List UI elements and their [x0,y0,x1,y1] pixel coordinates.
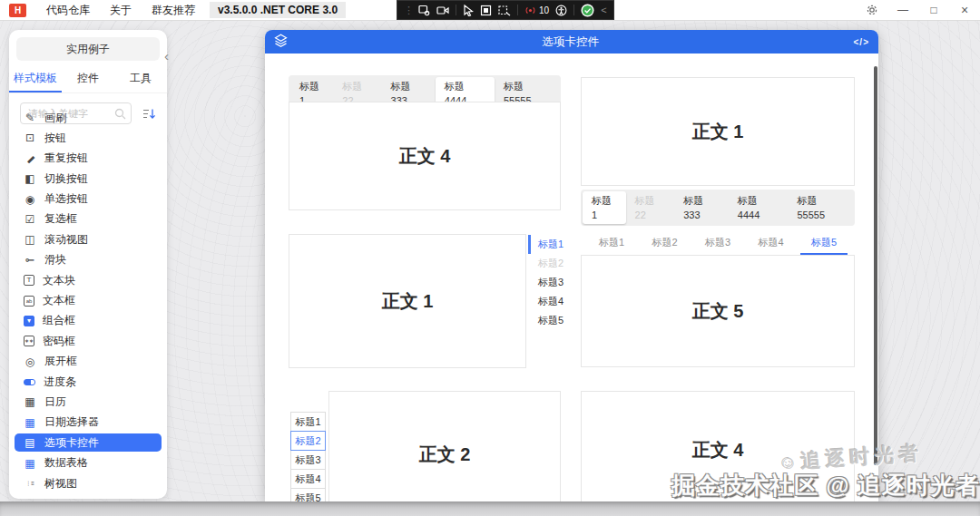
sidebar-item-icon: ◉ [24,194,36,205]
sidebar-item[interactable]: ▾ 组合框 [15,312,162,330]
sidebar-item-icon: ◫ [24,234,36,245]
sidebar-item[interactable]: ▦ 数据表格 [15,454,162,472]
sidebar-tab[interactable]: 控件 [62,64,114,92]
sidebar-item-label: 组合框 [43,313,75,328]
titlebar: H 代码仓库关于群友推荐 v3.5.0.0 .NET CORE 3.0 ⋮ [0,0,980,21]
frame-icon[interactable] [480,5,492,16]
overlay-collapse-icon[interactable]: < [601,5,606,15]
tab-item[interactable]: 标题4 [290,469,326,489]
tab-item[interactable]: 标题5 [290,488,326,501]
tab-item[interactable]: 标题55555 [788,191,853,224]
close-button[interactable]: × [949,0,980,20]
sidebar-item[interactable]: ◧ 切换按钮 [15,170,162,188]
sidebar-item-icon: ▬ [22,151,38,167]
sidebar-item[interactable]: ◉ 单选按钮 [15,190,162,209]
sidebar-item[interactable]: ⋮≡ 树视图 [15,474,162,492]
menu-item[interactable]: 关于 [110,3,132,18]
sidebar-item[interactable]: ☑ 复选框 [15,210,162,229]
sidebar-item-label: 进度条 [44,375,76,390]
sidebar-item-icon: ⊡ [24,132,36,143]
demo-header: 选项卡控件 </> [265,30,878,54]
tab-item[interactable]: 标题2 [641,232,688,255]
sidebar-item-label: 数据表格 [44,455,88,471]
sidebar-item[interactable]: ∗∗ 密码框 [15,332,162,350]
sidebar: 实用例子 样式模板控件工具 ✎ [9,30,167,499]
tab-item[interactable]: 标题2 [528,254,564,273]
sidebar-item-label: 文本块 [43,273,75,288]
sidebar-tab[interactable]: 样式模板 [9,64,62,92]
sidebar-item-icon: ab [24,296,34,307]
tab-item[interactable]: 标题1 [588,232,635,255]
app-logo-icon: H [9,4,26,17]
tab-item[interactable]: 标题1 [528,235,564,254]
sidebar-item[interactable]: ▦ 日期选择器 [15,414,162,432]
layers-icon[interactable] [274,34,288,51]
tab-item[interactable]: 标题22 [626,191,675,224]
demo-window: 选项卡控件 </> 标题1标题22标题333标题4444标题55555 正文 4… [265,30,878,501]
sidebar-item-label: 滑块 [44,252,66,268]
sidebar-item[interactable]: ▦ 日历 [15,393,162,411]
tab-content-panel: 正文 1 [289,234,526,368]
settings-gear-icon[interactable] [857,0,887,20]
broadcast-icon[interactable] [524,5,536,16]
sidebar-item-label: 日期选择器 [44,414,99,430]
tab-content-panel: 正文 2 [328,391,561,501]
camera-icon[interactable] [436,5,449,16]
sidebar-item-label: 单选按钮 [44,191,88,207]
sidebar-tabs: 样式模板控件工具 [9,64,167,93]
sidebar-item-icon: ▦ [24,458,36,469]
tab-item[interactable]: 标题2 [290,431,326,451]
sidebar-collapse-icon[interactable]: ‹ [164,48,169,63]
tab-item[interactable]: 标题3 [290,450,326,470]
sidebar-item[interactable]: ◎ 展开框 [15,353,162,371]
maximize-button[interactable]: □ [918,0,949,20]
recorder-overlay-toolbar: ⋮ 10 [397,0,614,20]
sidebar-item-icon: ▦ [24,396,36,407]
tab-item[interactable]: 标题4 [528,292,564,311]
sidebar-item[interactable]: ⊡ 按钮 [15,129,162,147]
confirm-check-icon[interactable] [581,4,594,17]
sidebar-item-label: 密码框 [43,334,75,349]
tab-item[interactable]: 标题5 [528,311,564,330]
sidebar-item-label: 日历 [44,394,66,410]
sidebar-item[interactable]: ⊸ 滑块 [15,251,162,269]
tab-item[interactable]: 标题3 [694,232,741,255]
tab-item[interactable]: 标题1 [583,191,626,224]
accessibility-icon[interactable] [555,5,567,16]
sidebar-item[interactable]: ✎ 画刷 [15,109,162,127]
desktop-bottom-band [0,501,980,516]
tab-item[interactable]: 标题333 [674,191,729,224]
sidebar-item-icon: ✎ [24,112,36,123]
tab-item[interactable]: 标题1 [290,412,326,432]
drag-handle-icon[interactable]: ⋮ [404,5,412,16]
tab-item[interactable]: 标题5 [800,232,848,255]
examples-header-button[interactable]: 实用例子 [16,37,160,61]
board-settings-icon[interactable] [418,5,430,16]
view-code-icon[interactable]: </> [854,37,869,47]
tab-item[interactable]: 标题4444 [729,191,789,224]
sidebar-item-icon: ◎ [24,356,36,367]
window-controls: — □ × [857,0,980,20]
minimize-button[interactable]: — [887,0,918,20]
sidebar-item-icon [24,379,35,385]
cursor-icon[interactable] [463,5,474,16]
menu-item[interactable]: 代码仓库 [46,3,90,18]
sidebar-item[interactable]: ab 文本框 [15,292,162,310]
sidebar-item-label: 树视图 [44,476,77,492]
region-select-icon[interactable] [498,5,511,16]
sidebar-item[interactable]: 进度条 [15,373,162,391]
sidebar-item-label: 复选框 [44,211,77,227]
sidebar-item[interactable]: T 文本块 [15,271,162,289]
sidebar-item-label: 选项卡控件 [44,435,99,451]
sidebar-item[interactable]: ▬ 重复按钮 [15,150,162,168]
menu-item[interactable]: 群友推荐 [152,3,195,18]
sidebar-item[interactable]: ◫ 滚动视图 [15,230,162,248]
tab-item[interactable]: 标题4 [747,232,794,255]
demo-title: 选项卡控件 [288,34,854,50]
sidebar-item-list: ✎ 画刷 ⊡ 按钮 ▬ 重复按钮 ◧ 切换按钮 [15,109,162,494]
sidebar-tab[interactable]: 工具 [114,64,167,92]
tab-item[interactable]: 标题3 [528,273,564,292]
scrollbar-thumb[interactable] [874,66,877,465]
sidebar-item[interactable]: ▤ 选项卡控件 [15,433,162,452]
tabstrip-underline: 标题1标题2标题3标题4标题5 [581,232,855,255]
